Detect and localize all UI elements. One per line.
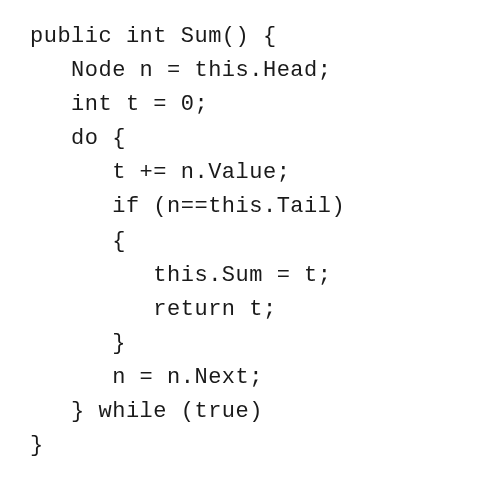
code-line: if (n==this.Tail) [30,190,500,224]
code-line: do { [30,122,500,156]
code-line: Node n = this.Head; [30,54,500,88]
code-line: { [30,225,500,259]
code-block: public int Sum() { Node n = this.Head; i… [30,20,500,463]
code-line: t += n.Value; [30,156,500,190]
code-line: int t = 0; [30,88,500,122]
code-line: public int Sum() { [30,20,500,54]
code-line: } [30,327,500,361]
code-line: this.Sum = t; [30,259,500,293]
code-line: } [30,429,500,463]
code-line: n = n.Next; [30,361,500,395]
code-line: return t; [30,293,500,327]
code-line: } while (true) [30,395,500,429]
